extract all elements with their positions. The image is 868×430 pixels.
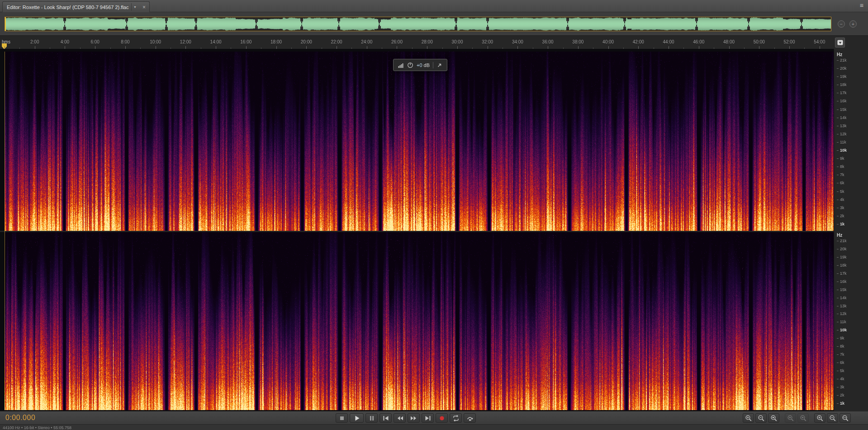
audition-editor-window: Editor: Roxette - Look Sharp! (CDP 580-7… bbox=[0, 0, 868, 430]
stop-button[interactable] bbox=[336, 413, 348, 423]
zoom-in-at-out-point-button[interactable] bbox=[797, 413, 809, 423]
editor-file-tab[interactable]: Editor: Roxette - Look Sharp! (CDP 580-7… bbox=[2, 1, 150, 12]
timeline-ruler[interactable]: hms 2:004:006:008:0010:0012:0014:0016:00… bbox=[0, 35, 868, 49]
frequency-label: 11k bbox=[837, 140, 866, 144]
ruler-time-label: 48:00 bbox=[723, 39, 735, 44]
status-bar: 44100 Hz • 16-bit • Stereo • 55:05.758 bbox=[0, 424, 868, 430]
frequency-label: 2k bbox=[837, 393, 866, 397]
gain-hud[interactable]: +0dB bbox=[393, 59, 447, 71]
zoom-sel-icon bbox=[770, 414, 778, 422]
ruler-time-label: 26:00 bbox=[391, 39, 403, 44]
overview-zoom-out-button[interactable]: − bbox=[838, 20, 845, 28]
frequency-label: 16k bbox=[837, 280, 866, 284]
frequency-label: 8k bbox=[837, 165, 866, 169]
frequency-labels: 21k20k19k18k17k16k15k14k13k12k11k10k9k8k… bbox=[837, 58, 866, 226]
frequency-label: 19k bbox=[837, 255, 866, 259]
frequency-label: 6k bbox=[837, 361, 866, 365]
pause-icon bbox=[368, 414, 376, 422]
ruler-time-label: 10:00 bbox=[150, 39, 161, 44]
tab-title: Editor: Roxette - Look Sharp! (CDP 580-7… bbox=[7, 5, 128, 10]
loop-playback-button[interactable] bbox=[450, 413, 462, 423]
ruler-time-label: 34:00 bbox=[512, 39, 523, 44]
hud-divider bbox=[433, 62, 433, 68]
ruler-time-label: 44:00 bbox=[663, 39, 674, 44]
frequency-label: 13k bbox=[837, 304, 866, 308]
zoom-out-full-button[interactable] bbox=[840, 413, 851, 423]
frequency-label: 9k bbox=[837, 157, 866, 161]
zoom-out-time-button[interactable] bbox=[755, 413, 767, 423]
editor-tab-bar: Editor: Roxette - Look Sharp! (CDP 580-7… bbox=[0, 0, 868, 12]
skip-to-end-button[interactable] bbox=[422, 413, 434, 423]
volume-meter-icon bbox=[398, 62, 404, 68]
zoom-out-amplitude-button[interactable] bbox=[827, 413, 838, 423]
skip-to-start-button[interactable] bbox=[379, 413, 392, 423]
waveform-overview-canvas[interactable] bbox=[5, 17, 831, 31]
ruler-time-label: 40:00 bbox=[602, 39, 614, 44]
skip-selection-button[interactable] bbox=[464, 413, 476, 423]
ruler-time-label: 50:00 bbox=[754, 39, 765, 44]
ruler-options-button[interactable] bbox=[835, 38, 845, 48]
frequency-label: 7k bbox=[837, 173, 866, 177]
frequency-label: 15k bbox=[837, 108, 866, 112]
pin-hud-icon[interactable] bbox=[436, 62, 443, 68]
frequency-label: 9k bbox=[837, 336, 866, 340]
frequency-label: 11k bbox=[837, 320, 866, 324]
spectrogram-right-channel[interactable] bbox=[5, 232, 834, 410]
panel-menu-icon[interactable]: ≡ bbox=[860, 2, 863, 9]
frequency-label: 5k bbox=[837, 190, 866, 194]
pause-button[interactable] bbox=[365, 413, 378, 423]
ruler-time-label: 22:00 bbox=[331, 39, 342, 44]
ruler-time-label: 12:00 bbox=[180, 39, 191, 44]
frequency-label: 20k bbox=[837, 67, 866, 71]
frequency-unit-label: Hz bbox=[837, 233, 842, 238]
loop-icon bbox=[452, 414, 460, 422]
frequency-label: 12k bbox=[837, 312, 866, 316]
transport-buttons bbox=[336, 413, 476, 423]
frequency-label: 3k bbox=[837, 385, 866, 389]
frequency-label: 8k bbox=[837, 344, 866, 349]
spectrogram-left-channel[interactable] bbox=[5, 52, 834, 231]
ruler-time-label: 20:00 bbox=[301, 39, 312, 44]
ruler-time-label: 16:00 bbox=[240, 39, 251, 44]
ruler-time-label: 46:00 bbox=[693, 39, 704, 44]
stop-icon bbox=[338, 414, 346, 422]
current-time-display[interactable]: 0:00.000 bbox=[5, 414, 35, 422]
ruler-time-label: 14:00 bbox=[210, 39, 222, 44]
zoom-in-time-button[interactable] bbox=[743, 413, 754, 423]
gain-knob-icon[interactable] bbox=[407, 62, 413, 68]
frequency-label: 2k bbox=[837, 214, 866, 218]
gain-value[interactable]: +0 bbox=[417, 62, 422, 68]
ruler-time-label: 8:00 bbox=[121, 39, 129, 44]
ruler-time-label: 6:00 bbox=[90, 39, 99, 44]
gain-readout[interactable]: +0dB bbox=[417, 62, 430, 68]
zoom-to-selection-button[interactable] bbox=[768, 413, 779, 423]
frequency-label: 20k bbox=[837, 247, 866, 251]
tab-dropdown-icon[interactable]: ▼ bbox=[131, 3, 138, 11]
fast-forward-button[interactable] bbox=[408, 413, 420, 423]
record-button[interactable] bbox=[436, 413, 448, 423]
zoom-in-at-in-point-button[interactable] bbox=[785, 413, 796, 423]
ruler-time-label: 38:00 bbox=[572, 39, 583, 44]
spectral-display-area: Hz21k20k19k18k17k16k15k14k13k12k11k10k9k… bbox=[0, 49, 868, 411]
overview-playhead[interactable] bbox=[5, 17, 6, 31]
waveform-overview-bar[interactable] bbox=[5, 17, 831, 31]
skip-end-icon bbox=[424, 414, 432, 422]
overview-zoom-in-button[interactable]: + bbox=[849, 20, 857, 28]
frequency-label: 14k bbox=[837, 116, 866, 120]
frequency-label: 17k bbox=[837, 272, 866, 276]
transport-bar: 0:00.000 bbox=[0, 411, 868, 424]
ruler-time-label: 28:00 bbox=[422, 39, 433, 44]
zoom-sel-icon bbox=[787, 414, 794, 422]
play-button[interactable] bbox=[350, 413, 364, 423]
zoom-out-icon bbox=[757, 414, 765, 422]
tab-close-icon[interactable]: × bbox=[141, 4, 147, 10]
rewind-button[interactable] bbox=[394, 413, 406, 423]
frequency-label: 19k bbox=[837, 75, 866, 79]
zoom-in-amplitude-button[interactable] bbox=[814, 413, 825, 423]
playhead-line[interactable] bbox=[5, 52, 5, 410]
ruler-time-label: 30:00 bbox=[451, 39, 463, 44]
ruler-time-label: 18:00 bbox=[270, 39, 282, 44]
frequency-label: 4k bbox=[837, 198, 866, 202]
timeline-options-icon bbox=[836, 38, 844, 47]
record-icon bbox=[438, 414, 446, 422]
